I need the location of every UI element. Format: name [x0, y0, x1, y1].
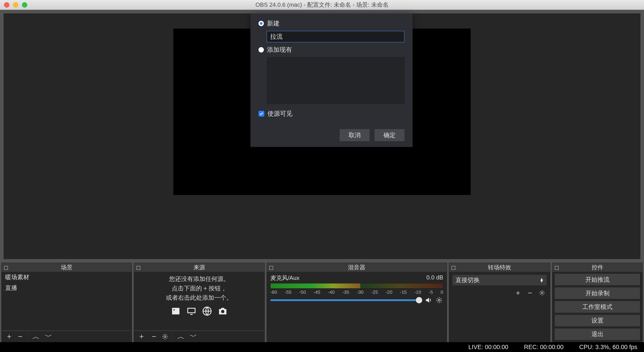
status-cpu: CPU: 3.3%, 60.00 fps — [579, 344, 637, 351]
sources-empty-state: 您还没有添加任何源。 点击下面的 + 按钮， 或者右击此处添加一个。 — [134, 272, 264, 316]
updown-icon: ▲▼ — [540, 278, 544, 282]
image-icon — [170, 306, 181, 316]
slider-thumb[interactable] — [416, 297, 422, 303]
transition-selected-label: 直接切换 — [456, 276, 480, 284]
scenes-dock: ◻ 场景 暖场素材 直播 + − ︿ ﹀ — [1, 263, 132, 342]
gear-icon — [162, 333, 168, 340]
source-properties-button[interactable] — [161, 332, 172, 342]
controls-dock: ◻ 控件 开始推流 开始录制 工作室模式 设置 退出 — [552, 263, 643, 342]
status-rec: REC: 00:00:00 — [524, 344, 564, 351]
status-live: LIVE: 00:00:00 — [468, 344, 508, 351]
docks-row: ◻ 场景 暖场素材 直播 + − ︿ ﹀ ◻ 来源 您还没有添加任何源。 点击下… — [0, 263, 644, 342]
remove-scene-button[interactable]: − — [16, 332, 28, 342]
transitions-header: ◻ 转场特效 — [449, 263, 550, 272]
svg-point-3 — [221, 310, 224, 313]
scenes-toolbar: + − ︿ ﹀ — [2, 330, 132, 342]
sources-toolbar: + − ︿ ﹀ — [134, 330, 264, 342]
popout-icon[interactable]: ◻ — [136, 265, 141, 270]
mixer-header: ◻ 混音器 — [267, 263, 447, 272]
sources-empty-line: 点击下面的 + 按钮， — [172, 284, 227, 292]
popout-icon[interactable]: ◻ — [554, 265, 560, 270]
scenes-title: 场景 — [61, 264, 72, 271]
gear-icon — [539, 290, 545, 296]
add-scene-button[interactable]: + — [3, 332, 15, 342]
mixer-title: 混音器 — [348, 264, 366, 271]
mixer-body: 麦克风/Aux 0.0 dB -60-55-50-45-40-35-30-25-… — [267, 272, 447, 342]
controls-header: ◻ 控件 — [552, 263, 642, 272]
check-icon — [259, 111, 264, 116]
settings-button[interactable]: 设置 — [554, 315, 640, 327]
move-scene-down-button[interactable]: ﹀ — [43, 332, 54, 342]
sources-title: 来源 — [194, 264, 205, 271]
start-recording-button[interactable]: 开始录制 — [554, 287, 640, 299]
scenes-header: ◻ 场景 — [2, 263, 132, 272]
add-source-button[interactable]: + — [136, 332, 147, 342]
popout-icon[interactable]: ◻ — [451, 265, 456, 270]
sources-header: ◻ 来源 — [134, 263, 264, 272]
controls-body: 开始推流 开始录制 工作室模式 设置 退出 — [552, 272, 642, 342]
camera-icon — [217, 306, 228, 316]
mixer-settings-button[interactable] — [435, 296, 443, 304]
mixer-channel-name: 麦克风/Aux — [270, 274, 300, 282]
mixer-channel-level: 0.0 dB — [426, 274, 443, 282]
svg-point-5 — [438, 299, 440, 301]
start-streaming-button[interactable]: 开始推流 — [554, 274, 640, 285]
add-transition-button[interactable]: + — [513, 288, 523, 298]
speaker-icon[interactable] — [424, 296, 432, 304]
ok-button[interactable]: 确定 — [374, 129, 404, 141]
move-scene-up-button[interactable]: ︿ — [30, 332, 42, 342]
monitor-icon — [186, 306, 197, 316]
radio-add-existing[interactable] — [258, 47, 264, 52]
transition-settings-button[interactable] — [537, 288, 547, 298]
globe-icon — [202, 306, 213, 316]
svg-point-4 — [164, 336, 166, 338]
radio-create-new-label: 新建 — [267, 19, 280, 28]
controls-title: 控件 — [592, 264, 603, 271]
window-title: OBS 24.0.6 (mac) - 配置文件: 未命名 - 场景: 未命名 — [0, 1, 644, 9]
svg-point-6 — [541, 292, 543, 294]
popout-icon[interactable]: ◻ — [3, 265, 9, 270]
radio-add-existing-label: 添加现有 — [267, 46, 292, 54]
vu-ticks: -60-55-50-45-40-35-30-25-20-15-10-50 — [270, 289, 443, 295]
popout-icon[interactable]: ◻ — [268, 265, 274, 270]
create-source-dialog: 新建 添加现有 使源可见 取消 确定 — [250, 13, 412, 147]
vu-meter — [270, 283, 443, 289]
sources-empty-line: 或者右击此处添加一个。 — [166, 294, 232, 302]
move-source-up-button[interactable]: ︿ — [175, 332, 187, 342]
scenes-list[interactable]: 暖场素材 直播 — [2, 272, 132, 330]
move-source-down-button[interactable]: ﹀ — [188, 332, 199, 342]
cancel-button[interactable]: 取消 — [340, 129, 370, 141]
status-bar: LIVE: 00:00:00 REC: 00:00:00 CPU: 3.3%, … — [0, 342, 644, 352]
studio-mode-button[interactable]: 工作室模式 — [554, 301, 640, 313]
transitions-title: 转场特效 — [488, 264, 511, 271]
transition-select[interactable]: 直接切换 ▲▼ — [452, 275, 547, 286]
svg-point-0 — [174, 309, 175, 311]
gear-icon — [436, 297, 443, 304]
sources-empty-line: 您还没有添加任何源。 — [169, 275, 230, 283]
remove-source-button[interactable]: − — [148, 332, 160, 342]
make-visible-checkbox[interactable] — [258, 111, 264, 117]
scene-item[interactable]: 暖场素材 — [2, 272, 132, 283]
remove-transition-button[interactable]: − — [525, 288, 535, 298]
mixer-dock: ◻ 混音器 麦克风/Aux 0.0 dB -60-55-50-45-40-35-… — [266, 263, 447, 342]
transitions-dock: ◻ 转场特效 直接切换 ▲▼ + − — [449, 263, 550, 342]
volume-slider[interactable] — [270, 299, 422, 301]
source-name-input[interactable] — [266, 31, 404, 42]
make-visible-label: 使源可见 — [268, 109, 292, 118]
sources-list[interactable]: 您还没有添加任何源。 点击下面的 + 按钮， 或者右击此处添加一个。 — [134, 272, 264, 330]
exit-button[interactable]: 退出 — [554, 328, 640, 340]
radio-create-new[interactable] — [258, 21, 264, 26]
svg-rect-1 — [188, 309, 194, 313]
window-titlebar: OBS 24.0.6 (mac) - 配置文件: 未命名 - 场景: 未命名 — [0, 0, 644, 10]
scene-item[interactable]: 直播 — [2, 283, 132, 293]
sources-dock: ◻ 来源 您还没有添加任何源。 点击下面的 + 按钮， 或者右击此处添加一个。 … — [134, 263, 265, 342]
existing-sources-list[interactable] — [267, 57, 404, 104]
transitions-body: 直接切换 ▲▼ + − — [449, 272, 550, 342]
